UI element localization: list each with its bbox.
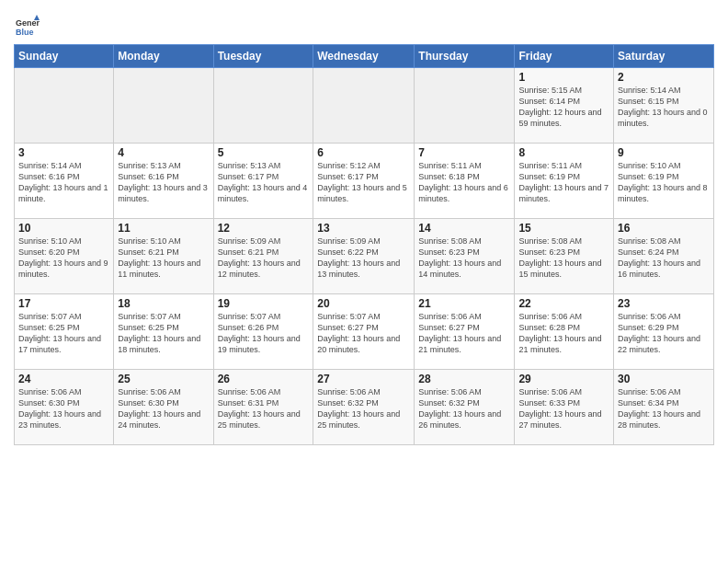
day-info: Sunrise: 5:07 AM Sunset: 6:25 PM Dayligh… bbox=[18, 311, 109, 356]
day-info: Sunrise: 5:07 AM Sunset: 6:26 PM Dayligh… bbox=[218, 311, 310, 356]
day-info: Sunrise: 5:06 AM Sunset: 6:32 PM Dayligh… bbox=[317, 386, 410, 431]
day-info: Sunrise: 5:06 AM Sunset: 6:31 PM Dayligh… bbox=[218, 386, 310, 431]
day-number: 8 bbox=[518, 146, 609, 159]
calendar-cell: 15Sunrise: 5:08 AM Sunset: 6:23 PM Dayli… bbox=[515, 219, 614, 294]
calendar-cell: 9Sunrise: 5:10 AM Sunset: 6:19 PM Daylig… bbox=[614, 144, 714, 219]
calendar-cell: 8Sunrise: 5:11 AM Sunset: 6:19 PM Daylig… bbox=[515, 144, 614, 219]
weekday-header-thursday: Thursday bbox=[415, 45, 515, 68]
day-number: 6 bbox=[317, 146, 410, 159]
day-info: Sunrise: 5:06 AM Sunset: 6:29 PM Dayligh… bbox=[618, 311, 710, 356]
day-number: 13 bbox=[317, 222, 410, 235]
day-info: Sunrise: 5:08 AM Sunset: 6:23 PM Dayligh… bbox=[518, 236, 609, 281]
calendar-week-row: 10Sunrise: 5:10 AM Sunset: 6:20 PM Dayli… bbox=[15, 219, 714, 294]
day-number: 18 bbox=[118, 297, 209, 310]
calendar-cell: 16Sunrise: 5:08 AM Sunset: 6:24 PM Dayli… bbox=[614, 219, 714, 294]
day-number: 23 bbox=[618, 297, 710, 310]
day-number: 12 bbox=[218, 222, 310, 235]
day-info: Sunrise: 5:14 AM Sunset: 6:15 PM Dayligh… bbox=[618, 85, 710, 130]
calendar-cell: 23Sunrise: 5:06 AM Sunset: 6:29 PM Dayli… bbox=[614, 294, 714, 370]
day-info: Sunrise: 5:10 AM Sunset: 6:19 PM Dayligh… bbox=[618, 160, 710, 205]
calendar-cell: 11Sunrise: 5:10 AM Sunset: 6:21 PM Dayli… bbox=[114, 219, 213, 294]
day-number: 1 bbox=[518, 71, 609, 84]
day-info: Sunrise: 5:06 AM Sunset: 6:33 PM Dayligh… bbox=[518, 386, 609, 431]
calendar-cell: 3Sunrise: 5:14 AM Sunset: 6:16 PM Daylig… bbox=[15, 144, 114, 219]
calendar-cell: 6Sunrise: 5:12 AM Sunset: 6:17 PM Daylig… bbox=[313, 144, 415, 219]
day-number: 3 bbox=[18, 146, 109, 159]
day-info: Sunrise: 5:12 AM Sunset: 6:17 PM Dayligh… bbox=[317, 160, 410, 205]
day-info: Sunrise: 5:09 AM Sunset: 6:21 PM Dayligh… bbox=[218, 236, 310, 281]
calendar-cell: 26Sunrise: 5:06 AM Sunset: 6:31 PM Dayli… bbox=[213, 370, 313, 445]
day-number: 27 bbox=[317, 373, 410, 385]
day-number: 7 bbox=[418, 146, 510, 159]
day-number: 30 bbox=[618, 373, 710, 385]
calendar-cell: 18Sunrise: 5:07 AM Sunset: 6:25 PM Dayli… bbox=[114, 294, 213, 370]
day-number: 15 bbox=[518, 222, 609, 235]
day-number: 21 bbox=[418, 297, 510, 310]
logo: General Blue bbox=[14, 13, 43, 39]
calendar-table: SundayMondayTuesdayWednesdayThursdayFrid… bbox=[14, 44, 714, 445]
day-number: 26 bbox=[218, 373, 310, 385]
calendar-cell: 19Sunrise: 5:07 AM Sunset: 6:26 PM Dayli… bbox=[213, 294, 313, 370]
calendar-cell bbox=[313, 68, 415, 144]
day-number: 20 bbox=[317, 297, 410, 310]
day-info: Sunrise: 5:10 AM Sunset: 6:21 PM Dayligh… bbox=[118, 236, 209, 281]
calendar-cell: 29Sunrise: 5:06 AM Sunset: 6:33 PM Dayli… bbox=[515, 370, 614, 445]
day-info: Sunrise: 5:06 AM Sunset: 6:27 PM Dayligh… bbox=[418, 311, 510, 356]
day-info: Sunrise: 5:11 AM Sunset: 6:19 PM Dayligh… bbox=[518, 160, 609, 205]
day-info: Sunrise: 5:06 AM Sunset: 6:30 PM Dayligh… bbox=[18, 386, 109, 431]
calendar-cell: 27Sunrise: 5:06 AM Sunset: 6:32 PM Dayli… bbox=[313, 370, 415, 445]
calendar-cell: 20Sunrise: 5:07 AM Sunset: 6:27 PM Dayli… bbox=[313, 294, 415, 370]
day-number: 2 bbox=[618, 71, 710, 84]
weekday-header-saturday: Saturday bbox=[614, 45, 714, 68]
day-number: 16 bbox=[618, 222, 710, 235]
weekday-header-row: SundayMondayTuesdayWednesdayThursdayFrid… bbox=[15, 45, 714, 68]
calendar-cell: 2Sunrise: 5:14 AM Sunset: 6:15 PM Daylig… bbox=[614, 68, 714, 144]
calendar-cell: 4Sunrise: 5:13 AM Sunset: 6:16 PM Daylig… bbox=[114, 144, 213, 219]
day-info: Sunrise: 5:08 AM Sunset: 6:24 PM Dayligh… bbox=[618, 236, 710, 281]
calendar-cell: 1Sunrise: 5:15 AM Sunset: 6:14 PM Daylig… bbox=[515, 68, 614, 144]
day-info: Sunrise: 5:06 AM Sunset: 6:34 PM Dayligh… bbox=[618, 386, 710, 431]
calendar-cell bbox=[415, 68, 515, 144]
calendar-cell: 5Sunrise: 5:13 AM Sunset: 6:17 PM Daylig… bbox=[213, 144, 313, 219]
day-number: 5 bbox=[218, 146, 310, 159]
day-number: 19 bbox=[218, 297, 310, 310]
day-info: Sunrise: 5:08 AM Sunset: 6:23 PM Dayligh… bbox=[418, 236, 510, 281]
day-info: Sunrise: 5:07 AM Sunset: 6:25 PM Dayligh… bbox=[118, 311, 209, 356]
svg-text:Blue: Blue bbox=[16, 28, 34, 37]
calendar-cell bbox=[15, 68, 114, 144]
calendar-week-row: 1Sunrise: 5:15 AM Sunset: 6:14 PM Daylig… bbox=[15, 68, 714, 144]
calendar-week-row: 3Sunrise: 5:14 AM Sunset: 6:16 PM Daylig… bbox=[15, 144, 714, 219]
calendar-cell: 14Sunrise: 5:08 AM Sunset: 6:23 PM Dayli… bbox=[415, 219, 515, 294]
weekday-header-friday: Friday bbox=[515, 45, 614, 68]
day-info: Sunrise: 5:13 AM Sunset: 6:17 PM Dayligh… bbox=[218, 160, 310, 205]
calendar-cell: 21Sunrise: 5:06 AM Sunset: 6:27 PM Dayli… bbox=[415, 294, 515, 370]
day-number: 22 bbox=[518, 297, 609, 310]
day-info: Sunrise: 5:07 AM Sunset: 6:27 PM Dayligh… bbox=[317, 311, 410, 356]
calendar-cell: 13Sunrise: 5:09 AM Sunset: 6:22 PM Dayli… bbox=[313, 219, 415, 294]
day-number: 28 bbox=[418, 373, 510, 385]
weekday-header-wednesday: Wednesday bbox=[313, 45, 415, 68]
day-number: 10 bbox=[18, 222, 109, 235]
calendar-cell bbox=[114, 68, 213, 144]
day-number: 11 bbox=[118, 222, 209, 235]
day-info: Sunrise: 5:10 AM Sunset: 6:20 PM Dayligh… bbox=[18, 236, 109, 281]
calendar-cell bbox=[213, 68, 313, 144]
day-number: 17 bbox=[18, 297, 109, 310]
day-info: Sunrise: 5:13 AM Sunset: 6:16 PM Dayligh… bbox=[118, 160, 209, 205]
day-info: Sunrise: 5:14 AM Sunset: 6:16 PM Dayligh… bbox=[18, 160, 109, 205]
calendar-cell: 22Sunrise: 5:06 AM Sunset: 6:28 PM Dayli… bbox=[515, 294, 614, 370]
calendar-cell: 7Sunrise: 5:11 AM Sunset: 6:18 PM Daylig… bbox=[415, 144, 515, 219]
calendar-cell: 30Sunrise: 5:06 AM Sunset: 6:34 PM Dayli… bbox=[614, 370, 714, 445]
day-number: 24 bbox=[18, 373, 109, 385]
weekday-header-monday: Monday bbox=[114, 45, 213, 68]
day-number: 25 bbox=[118, 373, 209, 385]
calendar-cell: 28Sunrise: 5:06 AM Sunset: 6:32 PM Dayli… bbox=[415, 370, 515, 445]
day-number: 9 bbox=[618, 146, 710, 159]
day-info: Sunrise: 5:11 AM Sunset: 6:18 PM Dayligh… bbox=[418, 160, 510, 205]
logo-icon: General Blue bbox=[14, 13, 40, 39]
calendar-cell: 12Sunrise: 5:09 AM Sunset: 6:21 PM Dayli… bbox=[213, 219, 313, 294]
day-number: 4 bbox=[118, 146, 209, 159]
calendar-cell: 25Sunrise: 5:06 AM Sunset: 6:30 PM Dayli… bbox=[114, 370, 213, 445]
calendar-cell: 24Sunrise: 5:06 AM Sunset: 6:30 PM Dayli… bbox=[15, 370, 114, 445]
day-info: Sunrise: 5:06 AM Sunset: 6:30 PM Dayligh… bbox=[118, 386, 209, 431]
